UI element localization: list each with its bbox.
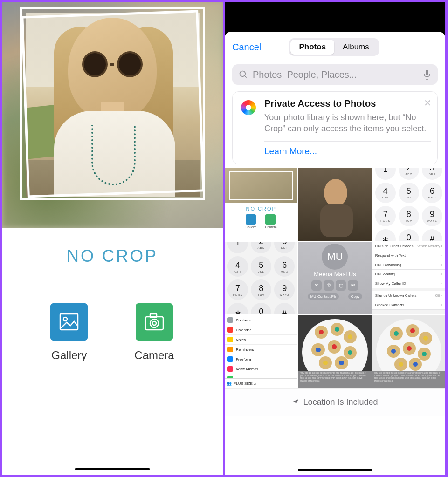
photo-picker-sheet: Cancel Photos Albums Private Access to P… [225,32,445,475]
camera-icon [136,303,173,341]
photos-app-icon [239,98,258,117]
search-input[interactable] [253,69,418,80]
photo-grid[interactable]: NO CROP Gallery Camera 12ABC3DEF4GHI5JKL… [225,168,445,388]
svg-point-1 [63,317,67,321]
footer-location: Location Is Included [225,388,445,416]
sheet-backdrop [225,2,445,32]
right-phone-frame: Cancel Photos Albums Private Access to P… [224,1,446,476]
svg-point-5 [152,321,156,325]
photo-thumb[interactable]: may still be able to see comments and re… [372,315,445,388]
info-body-text: Your photo library is shown here, but “N… [264,112,431,135]
left-phone-frame: NO CROP Gallery [1,1,224,476]
segment-albums[interactable]: Albums [334,40,378,55]
segmented-control[interactable]: Photos Albums [289,38,379,56]
svg-point-4 [150,319,159,327]
photo-thumb[interactable]: ContactsCalendarNotesRemindersFreeformVo… [225,315,297,388]
action-row: Gallery Camera [50,303,174,362]
search-icon [239,70,248,79]
gallery-label: Gallery [51,349,87,362]
camera-action[interactable]: Camera [134,303,174,362]
hero-image [2,2,223,228]
footer-text: Location Is Included [303,397,378,407]
camera-label: Camera [134,349,174,362]
photo-thumb[interactable]: NO CROP Gallery Camera [225,168,297,241]
gallery-icon [50,303,88,341]
svg-rect-3 [150,314,157,317]
learn-more-link[interactable]: Learn More... [264,146,431,157]
dictation-icon[interactable] [423,69,431,80]
photo-thumb[interactable]: MU Meena Masi Us ✉✆▢✉ MUContact Ph Copy [298,242,371,314]
close-icon[interactable]: ✕ [424,97,432,109]
hero-frame-inner [21,10,204,198]
segment-photos[interactable]: Photos [290,40,334,55]
svg-point-6 [240,71,246,77]
location-arrow-icon [292,398,299,406]
svg-rect-7 [426,70,428,75]
home-indicator[interactable] [298,469,372,471]
search-field[interactable] [232,64,438,85]
info-title: Private Access to Photos [264,98,431,109]
private-access-card: Private Access to Photos Your photo libr… [232,91,438,164]
photo-thumb[interactable]: may still be able to see comments and re… [298,315,371,388]
photo-thumb[interactable]: Calls on Other DevicesWhen Nearby ›Respo… [372,242,445,314]
home-indicator[interactable] [75,468,150,470]
photo-thumb[interactable] [298,168,371,241]
photo-thumb[interactable]: 12ABC3DEF4GHI5JKL6MNO7PQRS8TUV9WXYZ∗0+# [372,168,445,241]
cancel-button[interactable]: Cancel [232,42,261,53]
app-title: NO CROP [67,246,158,266]
sheet-nav: Cancel Photos Albums [225,32,445,62]
gallery-action[interactable]: Gallery [50,303,88,362]
left-main: NO CROP Gallery [2,228,223,475]
photo-thumb[interactable]: 12ABC3DEF4GHI5JKL6MNO7PQRS8TUV9WXYZ∗0+# [225,242,297,314]
